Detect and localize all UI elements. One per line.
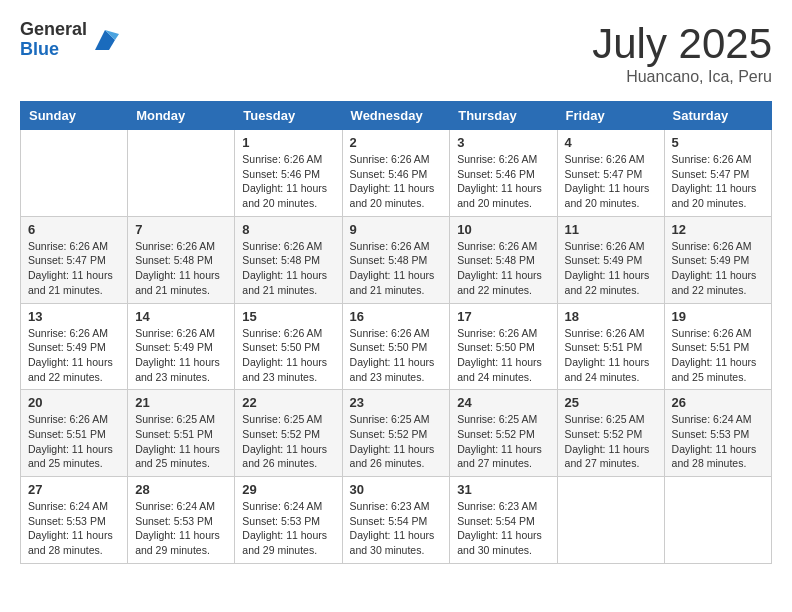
calendar-day-cell [664, 477, 771, 564]
day-info: Sunrise: 6:26 AM Sunset: 5:51 PM Dayligh… [672, 326, 764, 385]
day-info: Sunrise: 6:26 AM Sunset: 5:46 PM Dayligh… [457, 152, 549, 211]
day-info: Sunrise: 6:26 AM Sunset: 5:50 PM Dayligh… [350, 326, 443, 385]
day-info: Sunrise: 6:24 AM Sunset: 5:53 PM Dayligh… [28, 499, 120, 558]
day-of-week-header: Saturday [664, 102, 771, 130]
calendar-day-cell: 22Sunrise: 6:25 AM Sunset: 5:52 PM Dayli… [235, 390, 342, 477]
calendar-day-cell: 31Sunrise: 6:23 AM Sunset: 5:54 PM Dayli… [450, 477, 557, 564]
calendar-day-cell: 14Sunrise: 6:26 AM Sunset: 5:49 PM Dayli… [128, 303, 235, 390]
calendar-table: SundayMondayTuesdayWednesdayThursdayFrid… [20, 101, 772, 564]
calendar-week-row: 6Sunrise: 6:26 AM Sunset: 5:47 PM Daylig… [21, 216, 772, 303]
calendar-day-cell: 21Sunrise: 6:25 AM Sunset: 5:51 PM Dayli… [128, 390, 235, 477]
day-number: 1 [242, 135, 334, 150]
day-number: 12 [672, 222, 764, 237]
calendar-week-row: 27Sunrise: 6:24 AM Sunset: 5:53 PM Dayli… [21, 477, 772, 564]
calendar-day-cell: 4Sunrise: 6:26 AM Sunset: 5:47 PM Daylig… [557, 130, 664, 217]
day-info: Sunrise: 6:26 AM Sunset: 5:47 PM Dayligh… [28, 239, 120, 298]
calendar-day-cell: 8Sunrise: 6:26 AM Sunset: 5:48 PM Daylig… [235, 216, 342, 303]
calendar-day-cell: 2Sunrise: 6:26 AM Sunset: 5:46 PM Daylig… [342, 130, 450, 217]
day-info: Sunrise: 6:26 AM Sunset: 5:48 PM Dayligh… [457, 239, 549, 298]
day-info: Sunrise: 6:26 AM Sunset: 5:49 PM Dayligh… [672, 239, 764, 298]
day-info: Sunrise: 6:23 AM Sunset: 5:54 PM Dayligh… [457, 499, 549, 558]
calendar-day-cell: 25Sunrise: 6:25 AM Sunset: 5:52 PM Dayli… [557, 390, 664, 477]
day-info: Sunrise: 6:26 AM Sunset: 5:48 PM Dayligh… [135, 239, 227, 298]
day-number: 16 [350, 309, 443, 324]
day-of-week-header: Wednesday [342, 102, 450, 130]
day-info: Sunrise: 6:26 AM Sunset: 5:50 PM Dayligh… [457, 326, 549, 385]
day-number: 4 [565, 135, 657, 150]
day-number: 31 [457, 482, 549, 497]
day-info: Sunrise: 6:26 AM Sunset: 5:49 PM Dayligh… [28, 326, 120, 385]
calendar-day-cell: 19Sunrise: 6:26 AM Sunset: 5:51 PM Dayli… [664, 303, 771, 390]
calendar-day-cell: 27Sunrise: 6:24 AM Sunset: 5:53 PM Dayli… [21, 477, 128, 564]
calendar-day-cell [21, 130, 128, 217]
day-info: Sunrise: 6:25 AM Sunset: 5:52 PM Dayligh… [565, 412, 657, 471]
calendar-day-cell: 15Sunrise: 6:26 AM Sunset: 5:50 PM Dayli… [235, 303, 342, 390]
day-number: 20 [28, 395, 120, 410]
day-number: 23 [350, 395, 443, 410]
location-subtitle: Huancano, Ica, Peru [592, 68, 772, 86]
logo-icon [91, 26, 119, 54]
day-info: Sunrise: 6:26 AM Sunset: 5:48 PM Dayligh… [350, 239, 443, 298]
calendar-day-cell: 5Sunrise: 6:26 AM Sunset: 5:47 PM Daylig… [664, 130, 771, 217]
calendar-day-cell: 1Sunrise: 6:26 AM Sunset: 5:46 PM Daylig… [235, 130, 342, 217]
calendar-day-cell: 10Sunrise: 6:26 AM Sunset: 5:48 PM Dayli… [450, 216, 557, 303]
day-info: Sunrise: 6:24 AM Sunset: 5:53 PM Dayligh… [135, 499, 227, 558]
day-info: Sunrise: 6:26 AM Sunset: 5:51 PM Dayligh… [28, 412, 120, 471]
day-number: 9 [350, 222, 443, 237]
day-info: Sunrise: 6:26 AM Sunset: 5:49 PM Dayligh… [135, 326, 227, 385]
calendar-day-cell: 18Sunrise: 6:26 AM Sunset: 5:51 PM Dayli… [557, 303, 664, 390]
day-number: 15 [242, 309, 334, 324]
calendar-day-cell: 11Sunrise: 6:26 AM Sunset: 5:49 PM Dayli… [557, 216, 664, 303]
calendar-day-cell: 24Sunrise: 6:25 AM Sunset: 5:52 PM Dayli… [450, 390, 557, 477]
day-info: Sunrise: 6:26 AM Sunset: 5:48 PM Dayligh… [242, 239, 334, 298]
calendar-day-cell: 17Sunrise: 6:26 AM Sunset: 5:50 PM Dayli… [450, 303, 557, 390]
calendar-day-cell: 20Sunrise: 6:26 AM Sunset: 5:51 PM Dayli… [21, 390, 128, 477]
day-info: Sunrise: 6:25 AM Sunset: 5:52 PM Dayligh… [457, 412, 549, 471]
calendar-header-row: SundayMondayTuesdayWednesdayThursdayFrid… [21, 102, 772, 130]
day-number: 18 [565, 309, 657, 324]
day-number: 5 [672, 135, 764, 150]
calendar-day-cell: 9Sunrise: 6:26 AM Sunset: 5:48 PM Daylig… [342, 216, 450, 303]
calendar-week-row: 1Sunrise: 6:26 AM Sunset: 5:46 PM Daylig… [21, 130, 772, 217]
day-of-week-header: Thursday [450, 102, 557, 130]
calendar-day-cell: 6Sunrise: 6:26 AM Sunset: 5:47 PM Daylig… [21, 216, 128, 303]
day-number: 30 [350, 482, 443, 497]
logo: General Blue [20, 20, 119, 60]
calendar-day-cell: 3Sunrise: 6:26 AM Sunset: 5:46 PM Daylig… [450, 130, 557, 217]
day-info: Sunrise: 6:26 AM Sunset: 5:49 PM Dayligh… [565, 239, 657, 298]
day-info: Sunrise: 6:26 AM Sunset: 5:46 PM Dayligh… [350, 152, 443, 211]
day-of-week-header: Tuesday [235, 102, 342, 130]
day-info: Sunrise: 6:26 AM Sunset: 5:50 PM Dayligh… [242, 326, 334, 385]
calendar-day-cell: 23Sunrise: 6:25 AM Sunset: 5:52 PM Dayli… [342, 390, 450, 477]
day-info: Sunrise: 6:23 AM Sunset: 5:54 PM Dayligh… [350, 499, 443, 558]
day-info: Sunrise: 6:26 AM Sunset: 5:51 PM Dayligh… [565, 326, 657, 385]
calendar-day-cell: 29Sunrise: 6:24 AM Sunset: 5:53 PM Dayli… [235, 477, 342, 564]
day-number: 3 [457, 135, 549, 150]
day-number: 28 [135, 482, 227, 497]
calendar-day-cell [557, 477, 664, 564]
day-info: Sunrise: 6:24 AM Sunset: 5:53 PM Dayligh… [672, 412, 764, 471]
day-info: Sunrise: 6:25 AM Sunset: 5:52 PM Dayligh… [350, 412, 443, 471]
day-number: 13 [28, 309, 120, 324]
day-number: 25 [565, 395, 657, 410]
calendar-day-cell: 26Sunrise: 6:24 AM Sunset: 5:53 PM Dayli… [664, 390, 771, 477]
day-info: Sunrise: 6:26 AM Sunset: 5:47 PM Dayligh… [672, 152, 764, 211]
calendar-day-cell: 16Sunrise: 6:26 AM Sunset: 5:50 PM Dayli… [342, 303, 450, 390]
day-of-week-header: Sunday [21, 102, 128, 130]
day-info: Sunrise: 6:25 AM Sunset: 5:51 PM Dayligh… [135, 412, 227, 471]
day-number: 11 [565, 222, 657, 237]
day-info: Sunrise: 6:26 AM Sunset: 5:46 PM Dayligh… [242, 152, 334, 211]
day-info: Sunrise: 6:24 AM Sunset: 5:53 PM Dayligh… [242, 499, 334, 558]
day-number: 7 [135, 222, 227, 237]
calendar-day-cell: 13Sunrise: 6:26 AM Sunset: 5:49 PM Dayli… [21, 303, 128, 390]
calendar-day-cell: 7Sunrise: 6:26 AM Sunset: 5:48 PM Daylig… [128, 216, 235, 303]
day-of-week-header: Friday [557, 102, 664, 130]
day-number: 27 [28, 482, 120, 497]
page-header: General Blue July 2025 Huancano, Ica, Pe… [20, 20, 772, 86]
day-of-week-header: Monday [128, 102, 235, 130]
day-number: 10 [457, 222, 549, 237]
day-number: 26 [672, 395, 764, 410]
logo-blue-text: Blue [20, 40, 87, 60]
day-number: 14 [135, 309, 227, 324]
calendar-day-cell: 28Sunrise: 6:24 AM Sunset: 5:53 PM Dayli… [128, 477, 235, 564]
